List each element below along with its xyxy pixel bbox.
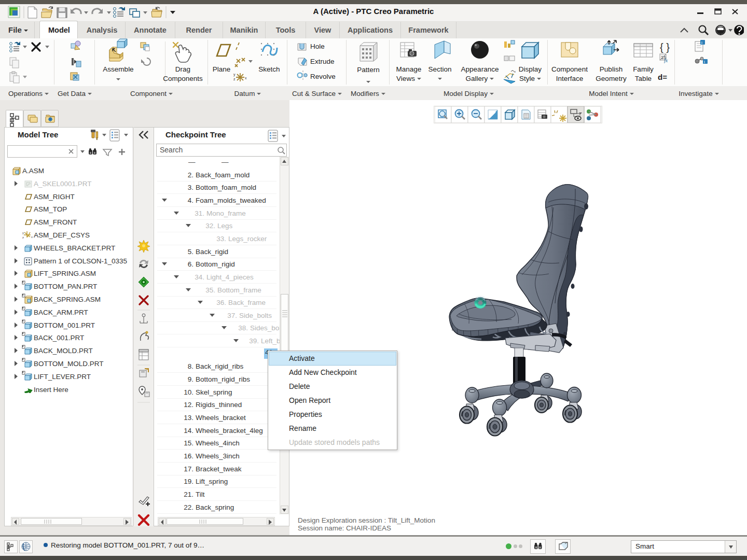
svg-text:fx: fx (664, 58, 668, 63)
svg-text:y: y (233, 73, 236, 77)
svg-text:z: z (22, 236, 24, 239)
svg-text:Hole: Hole (310, 43, 325, 50)
svg-text:Extrude: Extrude (310, 58, 335, 65)
svg-text:z: z (233, 77, 236, 81)
svg-text:y: y (22, 231, 24, 234)
svg-text:{ }: { } (660, 41, 670, 53)
svg-text:i: i (701, 40, 702, 45)
svg-text:Revolve: Revolve (310, 73, 336, 80)
svg-text:i: i (704, 60, 705, 64)
svg-text:x: x (245, 76, 247, 80)
svg-text:x: x (31, 235, 33, 239)
